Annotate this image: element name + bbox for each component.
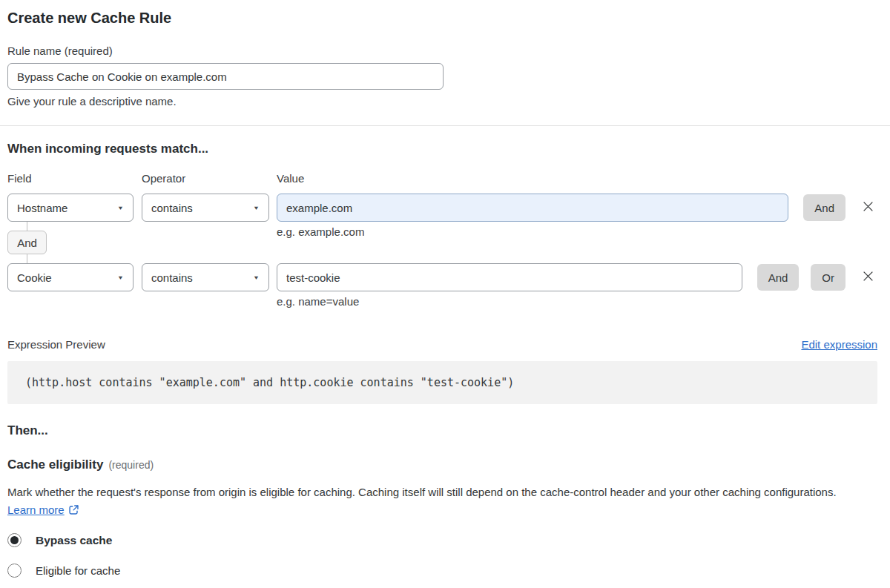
external-link-icon: [68, 505, 79, 518]
required-note: (required): [108, 459, 154, 471]
chevron-down-icon: ▼: [253, 274, 260, 280]
rule-name-input[interactable]: [7, 63, 444, 90]
create-cache-rule-page: Create new Cache Rule Rule name (require…: [0, 0, 890, 588]
value-hint-row1: e.g. example.com: [277, 225, 364, 238]
value-input-row1[interactable]: [277, 194, 788, 222]
section-divider: [0, 125, 890, 126]
radio-label-eligible: Eligible for cache: [36, 564, 120, 577]
operator-select-row1[interactable]: contains ▼: [142, 194, 269, 222]
rule-name-helper: Give your rule a descriptive name.: [7, 95, 877, 108]
add-and-button-row1[interactable]: And: [803, 194, 846, 221]
chevron-down-icon: ▼: [253, 205, 260, 211]
field-select-row1[interactable]: Hostname ▼: [7, 194, 134, 222]
close-icon: [862, 270, 874, 285]
value-input-row2[interactable]: [277, 263, 742, 291]
edit-expression-link[interactable]: Edit expression: [801, 338, 877, 351]
add-or-button-row2[interactable]: Or: [811, 264, 846, 291]
match-heading: When incoming requests match...: [7, 142, 877, 156]
chevron-down-icon: ▼: [117, 274, 124, 280]
then-heading: Then...: [7, 423, 877, 438]
connector-zone: And e.g. example.com: [7, 222, 877, 263]
connector-and-button[interactable]: And: [7, 231, 47, 254]
radio-option-bypass-cache[interactable]: Bypass cache: [7, 533, 877, 547]
match-row: Cookie ▼ contains ▼ And Or: [7, 263, 877, 291]
expression-preview-label: Expression Preview: [7, 338, 105, 351]
operator-select-row1-value: contains: [151, 202, 193, 214]
value-hint-row2: e.g. name=value: [277, 296, 877, 308]
expression-code-block: (http.host contains "example.com" and ht…: [7, 361, 877, 404]
operator-column-label: Operator: [142, 173, 277, 185]
row1-actions: And: [803, 194, 846, 222]
remove-row1-button[interactable]: [860, 194, 876, 222]
matcher-column-headers: Field Operator Value: [7, 173, 877, 185]
learn-more-link[interactable]: Learn more: [7, 503, 65, 516]
expression-code: (http.host contains "example.com" and ht…: [25, 376, 514, 389]
field-column-label: Field: [7, 173, 142, 185]
field-select-row2[interactable]: Cookie ▼: [7, 263, 134, 291]
operator-select-row2[interactable]: contains ▼: [142, 263, 269, 291]
rule-name-label: Rule name (required): [7, 44, 877, 57]
row2-actions: And Or: [757, 263, 846, 291]
cache-eligibility-heading-row: Cache eligibility (required): [7, 457, 877, 472]
radio-selected-icon[interactable]: [7, 533, 22, 547]
radio-label-bypass: Bypass cache: [36, 534, 112, 547]
value-column-label: Value: [277, 173, 877, 185]
radio-unselected-icon[interactable]: [7, 564, 22, 578]
close-icon: [862, 200, 874, 215]
field-select-row2-value: Cookie: [17, 271, 52, 284]
expression-preview-header: Expression Preview Edit expression: [7, 338, 877, 351]
match-row: Hostname ▼ contains ▼ And: [7, 194, 877, 222]
operator-select-row2-value: contains: [151, 271, 193, 284]
radio-option-eligible-for-cache[interactable]: Eligible for cache: [7, 564, 877, 578]
field-select-row1-value: Hostname: [17, 202, 67, 214]
chevron-down-icon: ▼: [117, 205, 124, 211]
page-title: Create new Cache Rule: [7, 9, 877, 27]
add-and-button-row2[interactable]: And: [757, 264, 800, 291]
cache-eligibility-heading: Cache eligibility: [7, 457, 103, 472]
remove-row2-button[interactable]: [860, 263, 876, 291]
cache-eligibility-description: Mark whether the request's response from…: [7, 483, 868, 521]
